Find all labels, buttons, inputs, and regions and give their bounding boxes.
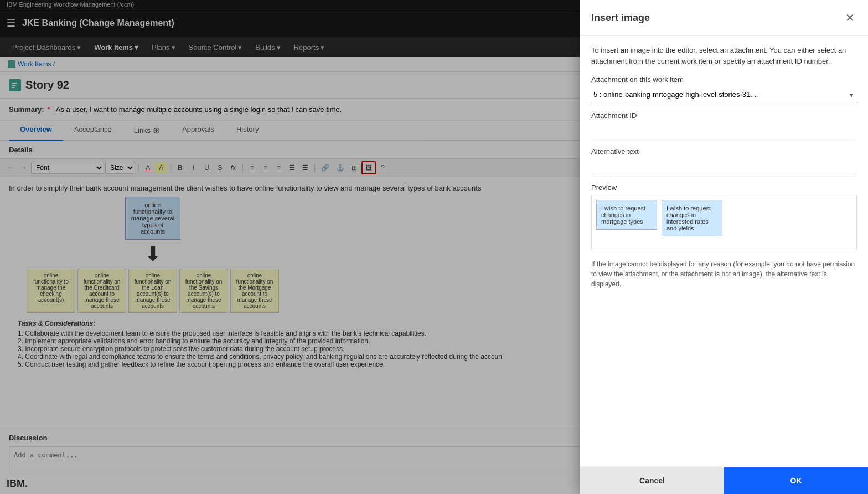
preview-label: Preview xyxy=(591,183,857,192)
modal-description: To insert an image into the editor, sele… xyxy=(591,45,857,66)
attachment-id-section: Attachment ID xyxy=(591,111,857,138)
alt-text-label: Alternative text xyxy=(591,147,857,156)
modal-header: Insert image ✕ xyxy=(580,0,868,36)
insert-image-modal: Insert image ✕ To insert an image into t… xyxy=(580,0,868,494)
preview-box: I wish to request changes in mortgage ty… xyxy=(591,195,857,250)
modal-footer: Cancel OK xyxy=(580,467,868,494)
modal-close-button[interactable]: ✕ xyxy=(843,9,857,27)
attachment-select[interactable]: 5 : online-banking-mrtogage-high-level-s… xyxy=(591,87,857,102)
attachment-section: Attachment on this work item 5 : online-… xyxy=(591,75,857,102)
modal-note: If the image cannot be displayed for any… xyxy=(591,259,857,289)
preview-card-1-text: I wish to request changes in mortgage ty… xyxy=(601,205,645,225)
preview-section: Preview I wish to request changes in mor… xyxy=(591,183,857,250)
preview-card-1: I wish to request changes in mortgage ty… xyxy=(596,200,657,230)
ok-button[interactable]: OK xyxy=(724,467,868,494)
alt-text-input[interactable] xyxy=(591,159,857,174)
preview-card-2: I wish to request changes in interested … xyxy=(662,200,722,236)
preview-card-2-text: I wish to request changes in interested … xyxy=(666,205,711,231)
modal-title: Insert image xyxy=(591,12,650,24)
attachment-id-input[interactable] xyxy=(591,123,857,138)
modal-body: To insert an image into the editor, sele… xyxy=(580,36,868,467)
modal-overlay: Insert image ✕ To insert an image into t… xyxy=(0,0,868,494)
alt-text-section: Alternative text xyxy=(591,147,857,174)
attachment-label: Attachment on this work item xyxy=(591,75,857,84)
attachment-select-wrapper: 5 : online-banking-mrtogage-high-level-s… xyxy=(591,87,857,102)
cancel-button[interactable]: Cancel xyxy=(580,467,724,494)
attachment-id-label: Attachment ID xyxy=(591,111,857,120)
